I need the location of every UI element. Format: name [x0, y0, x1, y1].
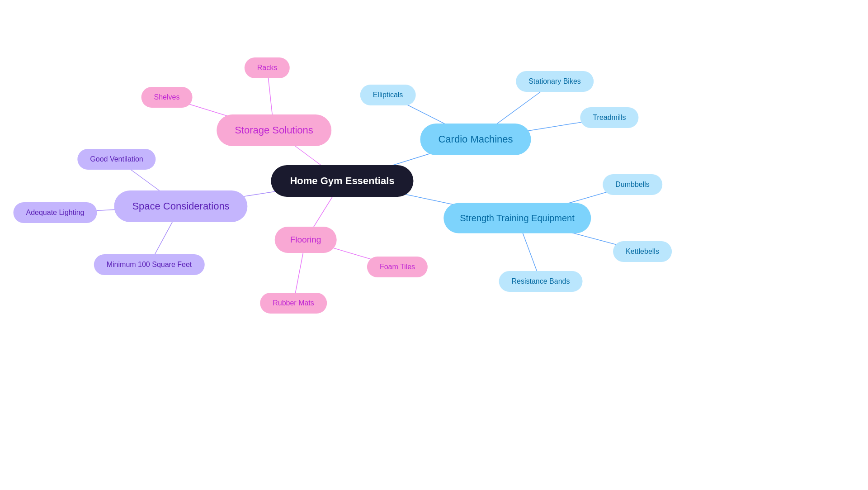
rubber-mats-node[interactable]: Rubber Mats — [260, 293, 327, 314]
dumbbells-label: Dumbbells — [615, 181, 650, 189]
strength-training-node[interactable]: Strength Training Equipment — [443, 203, 591, 233]
treadmills-node[interactable]: Treadmills — [580, 107, 638, 128]
ellipticals-label: Ellipticals — [373, 91, 403, 99]
cardio-machines-label: Cardio Machines — [438, 133, 513, 145]
kettlebells-label: Kettlebells — [626, 247, 659, 256]
shelves-label: Shelves — [154, 93, 180, 101]
racks-label: Racks — [257, 64, 277, 72]
space-considerations-node[interactable]: Space Considerations — [114, 190, 247, 222]
minimum-100-node[interactable]: Minimum 100 Square Feet — [94, 254, 205, 275]
dumbbells-node[interactable]: Dumbbells — [603, 174, 662, 195]
center-node[interactable]: Home Gym Essentials — [271, 165, 413, 197]
storage-solutions-label: Storage Solutions — [235, 124, 313, 136]
kettlebells-node[interactable]: Kettlebells — [613, 241, 672, 262]
shelves-node[interactable]: Shelves — [142, 87, 193, 108]
adequate-lighting-label: Adequate Lighting — [26, 209, 85, 217]
storage-solutions-node[interactable]: Storage Solutions — [217, 114, 331, 146]
center-label: Home Gym Essentials — [290, 175, 394, 187]
flooring-node[interactable]: Flooring — [275, 227, 337, 253]
ellipticals-node[interactable]: Ellipticals — [360, 85, 416, 105]
resistance-bands-label: Resistance Bands — [512, 277, 570, 285]
adequate-lighting-node[interactable]: Adequate Lighting — [14, 202, 97, 223]
racks-node[interactable]: Racks — [245, 57, 290, 78]
minimum-100-label: Minimum 100 Square Feet — [107, 261, 192, 269]
good-ventilation-label: Good Ventilation — [90, 155, 143, 163]
rubber-mats-label: Rubber Mats — [273, 299, 314, 307]
space-considerations-label: Space Considerations — [132, 200, 229, 212]
cardio-machines-node[interactable]: Cardio Machines — [420, 124, 531, 155]
resistance-bands-node[interactable]: Resistance Bands — [499, 271, 583, 292]
foam-tiles-label: Foam Tiles — [380, 263, 415, 271]
treadmills-label: Treadmills — [593, 114, 626, 122]
strength-training-label: Strength Training Equipment — [460, 213, 575, 224]
foam-tiles-node[interactable]: Foam Tiles — [367, 257, 428, 277]
flooring-label: Flooring — [290, 235, 321, 245]
good-ventilation-node[interactable]: Good Ventilation — [77, 149, 156, 170]
stationary-bikes-node[interactable]: Stationary Bikes — [516, 71, 594, 92]
stationary-bikes-label: Stationary Bikes — [528, 77, 581, 86]
